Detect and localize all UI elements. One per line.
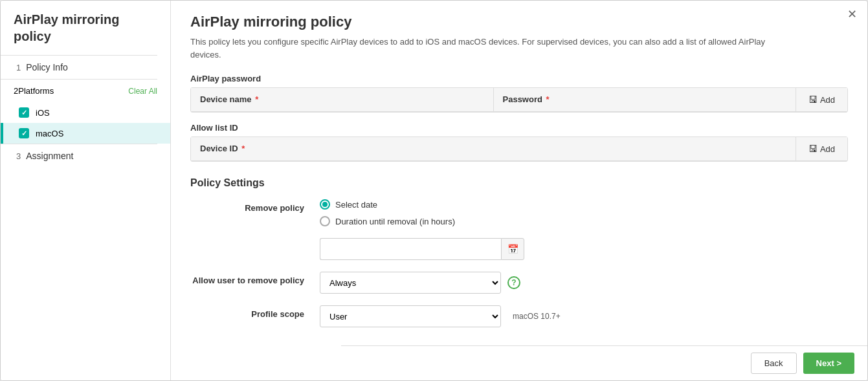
nav-number-1: 1 [16, 63, 21, 72]
macos-label: macOS [36, 129, 63, 138]
allow-remove-row: Allow user to remove policy Always Never… [190, 272, 848, 294]
platform-item-ios[interactable]: iOS [1, 102, 170, 123]
platforms-left: 2 Platforms [14, 86, 54, 96]
profile-scope-select-wrapper: User System macOS 10.7+ [320, 305, 848, 327]
radio-duration[interactable]: Duration until removal (in hours) [320, 216, 848, 226]
allow-remove-select[interactable]: Always Never With Authorization [320, 272, 501, 294]
radio-select-date-label: Select date [335, 200, 377, 210]
allow-remove-control: Always Never With Authorization ? [320, 272, 848, 294]
profile-scope-label: Profile scope [190, 305, 320, 319]
main-content: ✕ AirPlay mirroring policy This policy l… [171, 1, 867, 380]
airplay-password-add-button[interactable]: 🖫 Add [796, 88, 847, 111]
platform-item-macos[interactable]: macOS [1, 123, 170, 144]
remove-policy-control: Select date Duration until removal (in h… [320, 199, 848, 260]
back-button[interactable]: Back [751, 353, 797, 374]
device-name-required: * [255, 94, 258, 104]
macos-checkbox[interactable] [19, 128, 29, 138]
policy-settings: Policy Settings Remove policy Select dat… [190, 177, 848, 339]
sidebar-item-policy-info[interactable]: 1 Policy Info [1, 56, 170, 79]
ios-checkbox[interactable] [19, 107, 29, 118]
calendar-button[interactable]: 📅 [501, 238, 524, 260]
device-id-required: * [241, 144, 245, 153]
sidebar: AirPlay mirroring policy 1 Policy Info 2… [1, 1, 171, 380]
help-icon-remove[interactable]: ? [507, 276, 520, 289]
airplay-password-header: Device name * Password * 🖫 Add [191, 88, 847, 112]
sidebar-item-platforms[interactable]: 2 Platforms Clear All [1, 80, 170, 102]
clear-all-button[interactable]: Clear All [128, 87, 157, 96]
sidebar-nav: 1 Policy Info 2 Platforms Clear All iOS … [1, 56, 170, 168]
page-description: This policy lets you configure specific … [190, 36, 786, 61]
nav-label-policy-info: Policy Info [26, 62, 68, 72]
add-icon-airplay: 🖫 [808, 94, 818, 105]
ios-label: iOS [36, 108, 50, 118]
device-name-header: Device name * [191, 88, 494, 111]
password-required: * [546, 94, 550, 104]
next-button[interactable]: Next > [803, 353, 854, 374]
allow-list-label: Allow list ID [190, 123, 848, 133]
nav-label-assignment: Assignment [26, 151, 73, 161]
modal-container: AirPlay mirroring policy 1 Policy Info 2… [0, 0, 868, 381]
page-title: AirPlay mirroring policy [190, 14, 848, 30]
allow-list-table: Device ID * 🖫 Add [190, 136, 848, 162]
close-button[interactable]: ✕ [847, 8, 857, 20]
radio-duration-btn[interactable] [320, 216, 330, 226]
device-id-header: Device ID * [191, 137, 796, 160]
add-icon-allowlist: 🖫 [808, 144, 818, 154]
nav-number-2: 2 [14, 86, 18, 96]
airplay-password-table: Device name * Password * 🖫 Add [190, 87, 848, 113]
footer-bar: Back Next > [341, 345, 867, 380]
sidebar-title: AirPlay mirroring policy [1, 11, 170, 55]
password-header: Password * [494, 88, 796, 111]
policy-settings-title: Policy Settings [190, 177, 848, 189]
remove-policy-row: Remove policy Select date Duration until… [190, 199, 848, 260]
allow-remove-select-wrapper: Always Never With Authorization ? [320, 272, 848, 294]
scope-note: macOS 10.7+ [513, 312, 561, 321]
profile-scope-control: User System macOS 10.7+ [320, 305, 848, 327]
sidebar-item-assignment[interactable]: 3 Assignment [1, 144, 170, 168]
allow-list-header: Device ID * 🖫 Add [191, 137, 847, 161]
profile-scope-select[interactable]: User System [320, 305, 501, 327]
allow-list-add-button[interactable]: 🖫 Add [796, 137, 847, 160]
date-input[interactable] [320, 238, 501, 260]
profile-scope-row: Profile scope User System macOS 10.7+ [190, 305, 848, 327]
airplay-password-label: AirPlay password [190, 74, 848, 83]
allow-remove-label: Allow user to remove policy [190, 272, 320, 285]
nav-number-3: 3 [16, 151, 21, 161]
radio-select-date[interactable]: Select date [320, 199, 848, 210]
nav-label-platforms: Platforms [18, 86, 54, 96]
radio-duration-label: Duration until removal (in hours) [335, 217, 455, 226]
remove-policy-label: Remove policy [190, 199, 320, 213]
radio-select-date-btn[interactable] [320, 199, 330, 210]
date-input-wrapper: 📅 [320, 238, 848, 260]
